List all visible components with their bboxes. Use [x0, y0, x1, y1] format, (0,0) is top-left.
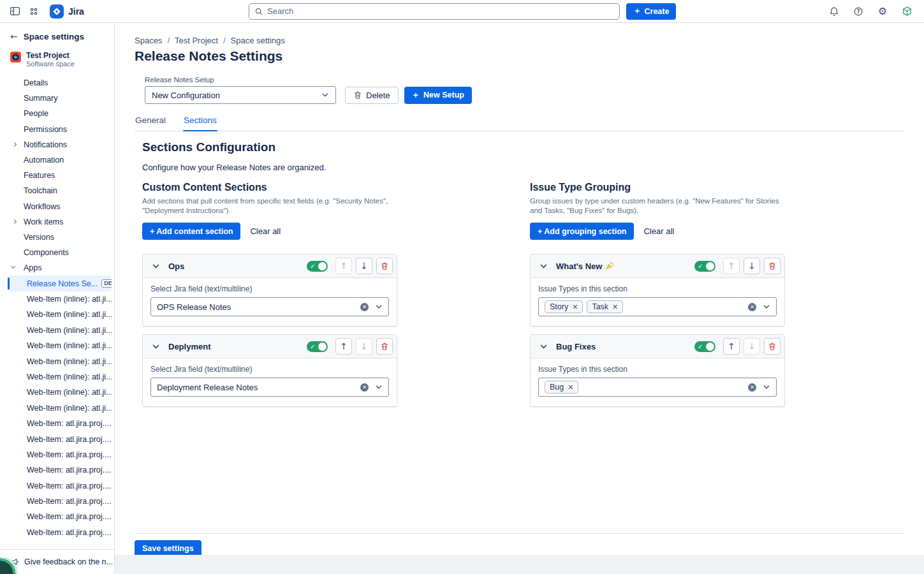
chevron-down-icon — [375, 383, 383, 391]
sidebar-item-web-item[interactable]: Web-Item (inline): atl.ji... — [8, 323, 112, 338]
clear-selection-icon[interactable]: ✕ — [360, 383, 369, 392]
clear-selection-icon[interactable]: ✕ — [748, 383, 756, 392]
create-button[interactable]: ＋ Create — [626, 3, 676, 20]
sidebar-item-web-item[interactable]: Web-Item: atl.jira.proj.... — [8, 462, 112, 478]
collapse-chevron-icon[interactable] — [148, 258, 163, 274]
sidebar-item-web-item[interactable]: Web-Item (inline): atl.ji... — [8, 369, 112, 385]
sidebar-item-work-items[interactable]: Work items — [3, 214, 112, 230]
sidebar-title: Space settings — [24, 32, 84, 41]
sidebar-item-components[interactable]: Components — [3, 245, 112, 260]
sidebar-item-web-item[interactable]: Web-Item: atl.jira.proj.... — [8, 525, 112, 540]
delete-section-button[interactable] — [764, 258, 781, 274]
sidebar-item-web-item[interactable]: Web-Item: atl.jira.proj.... — [8, 509, 112, 524]
move-up-button[interactable]: ↑ — [335, 258, 352, 274]
tag-task[interactable]: Task✕ — [587, 300, 623, 313]
collapse-chevron-icon[interactable] — [536, 339, 551, 354]
enabled-toggle[interactable]: ✓ — [307, 341, 328, 352]
delete-section-button[interactable] — [376, 338, 393, 355]
sidebar-item-workflows[interactable]: Workflows — [3, 199, 112, 214]
tag-bug[interactable]: Bug✕ — [545, 381, 578, 394]
move-up-button[interactable]: ↑ — [723, 338, 740, 355]
field-label: Select Jira field (text/multiline) — [150, 365, 389, 374]
setup-select[interactable]: New Configuration — [145, 86, 336, 104]
gear-icon[interactable]: ⚙ — [874, 3, 891, 20]
sidebar-collapse-icon[interactable] — [6, 3, 23, 20]
issue-types-multiselect[interactable]: Bug✕ ✕ — [538, 378, 777, 397]
project-avatar-icon — [10, 52, 21, 63]
sidebar-item-features[interactable]: Features — [3, 168, 112, 183]
bell-icon[interactable] — [826, 3, 842, 20]
sidebar-nav: Details Summary People Permissions Notif… — [0, 75, 114, 549]
help-icon[interactable]: ? — [850, 3, 867, 20]
sidebar-item-summary[interactable]: Summary — [3, 91, 112, 106]
breadcrumb-test-project[interactable]: Test Project — [175, 36, 218, 45]
settings-tabs: General Sections — [135, 115, 904, 131]
add-grouping-section-button[interactable]: + Add grouping section — [530, 223, 634, 240]
jira-logo-icon — [50, 4, 64, 18]
sidebar-item-people[interactable]: People — [3, 106, 112, 121]
clear-selection-icon[interactable]: ✕ — [748, 303, 756, 311]
tag-story[interactable]: Story✕ — [545, 300, 583, 313]
new-setup-button[interactable]: ＋ New Setup — [404, 87, 472, 104]
move-down-button[interactable]: ↓ — [744, 338, 760, 355]
sidebar-item-web-item[interactable]: Web-Item (inline): atl.ji... — [8, 291, 112, 307]
remove-tag-icon[interactable]: ✕ — [612, 303, 618, 311]
enabled-toggle[interactable]: ✓ — [694, 341, 715, 352]
sidebar-item-web-item[interactable]: Web-Item: atl.jira.proj.... — [8, 494, 112, 509]
move-down-button[interactable]: ↓ — [356, 338, 372, 355]
clear-all-content-button[interactable]: Clear all — [250, 226, 281, 236]
enabled-toggle[interactable]: ✓ — [307, 261, 328, 272]
sidebar-item-automation[interactable]: Automation — [3, 152, 112, 168]
profile-avatar[interactable] — [898, 3, 915, 20]
dev-badge: DEV — [101, 279, 112, 288]
app-switcher-icon[interactable] — [26, 3, 42, 20]
sidebar-item-notifications[interactable]: Notifications — [3, 137, 112, 152]
delete-setup-button[interactable]: Delete — [345, 87, 399, 104]
issue-types-multiselect[interactable]: Story✕ Task✕ ✕ — [538, 297, 777, 316]
sidebar-item-web-item[interactable]: Web-Item (inline): atl.ji... — [8, 353, 112, 369]
back-arrow-icon[interactable]: ← — [10, 31, 18, 41]
move-down-button[interactable]: ↓ — [356, 258, 372, 274]
sidebar-item-web-item[interactable]: Web-Item (inline): atl.ji... — [8, 401, 112, 416]
project-info[interactable]: Test Project Software space — [10, 51, 104, 68]
sidebar-item-web-item[interactable]: Web-Item (inline): atl.ji... — [8, 385, 112, 400]
sidebar-item-web-item[interactable]: Web-Item (inline): atl.ji... — [8, 338, 112, 353]
sidebar-item-details[interactable]: Details — [3, 75, 112, 91]
sidebar-item-web-item[interactable]: Web-Item: atl.jira.proj.... — [8, 478, 112, 494]
page-title: Release Notes Settings — [135, 48, 904, 64]
delete-section-button[interactable] — [764, 338, 781, 355]
move-up-button[interactable]: ↑ — [335, 338, 352, 355]
sidebar-item-permissions[interactable]: Permissions — [3, 122, 112, 137]
tab-sections[interactable]: Sections — [183, 115, 217, 131]
sidebar-item-web-item[interactable]: Web-Item: atl.jira.proj.... — [8, 416, 112, 431]
remove-tag-icon[interactable]: ✕ — [572, 303, 578, 311]
clear-selection-icon[interactable]: ✕ — [360, 303, 369, 311]
jira-field-select[interactable]: Deployment Release Notes ✕ — [150, 378, 389, 397]
sidebar-item-apps[interactable]: Apps — [3, 260, 112, 276]
sidebar-item-toolchain[interactable]: Toolchain — [3, 183, 112, 198]
sidebar-item-versions[interactable]: Versions — [3, 230, 112, 245]
sidebar-item-web-item[interactable]: Web-Item (inline): atl.ji... — [8, 307, 112, 322]
search-input[interactable] — [267, 6, 614, 16]
card-header: Deplyment ✓ ↑ ↓ — [143, 335, 397, 358]
collapse-chevron-icon[interactable] — [536, 258, 551, 274]
enabled-toggle[interactable]: ✓ — [694, 261, 715, 272]
tab-general[interactable]: General — [135, 115, 166, 131]
jira-field-select[interactable]: OPS Release Notes ✕ — [150, 297, 389, 316]
delete-section-button[interactable] — [376, 258, 393, 274]
sidebar-item-release-notes[interactable]: Release Notes Se... DEV — [8, 276, 112, 291]
clear-all-grouping-button[interactable]: Clear all — [643, 226, 674, 236]
sidebar-item-web-item[interactable]: Web-Item: atl.jira.proj.... — [8, 447, 112, 462]
jira-logo[interactable]: Jira — [50, 4, 84, 18]
add-content-section-button[interactable]: + Add content section — [142, 223, 240, 240]
collapse-chevron-icon[interactable] — [148, 339, 163, 354]
remove-tag-icon[interactable]: ✕ — [568, 383, 573, 392]
move-down-button[interactable]: ↓ — [744, 258, 760, 274]
breadcrumb-spaces[interactable]: Spaces — [135, 36, 162, 45]
sidebar-item-web-item[interactable]: Web-Item: atl.jira.proj.... — [8, 431, 112, 446]
chevron-down-icon — [763, 383, 770, 391]
search-box[interactable] — [249, 3, 620, 20]
breadcrumb-space-settings[interactable]: Space settings — [231, 36, 285, 45]
move-up-button[interactable]: ↑ — [723, 258, 740, 274]
give-feedback-button[interactable]: Give feedback on the n... — [0, 549, 114, 574]
